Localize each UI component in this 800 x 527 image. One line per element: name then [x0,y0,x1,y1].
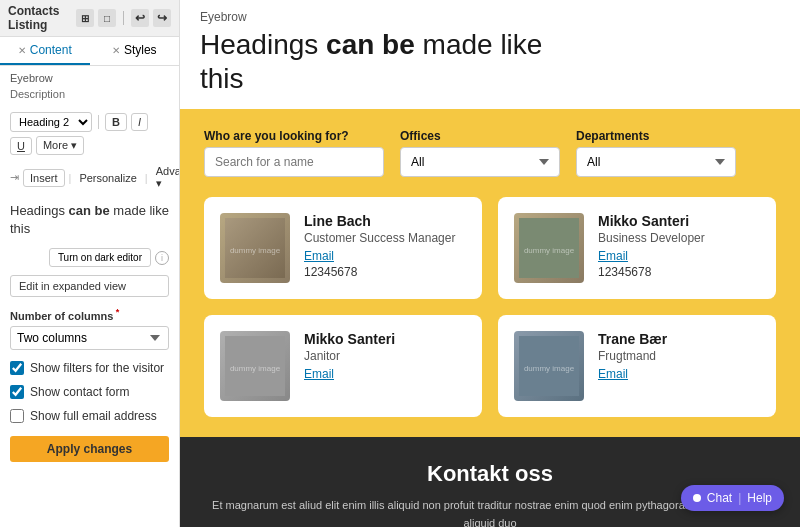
heading-text: Headings can be made likethis [200,28,780,95]
text-preview: Headings can be made like this [10,202,169,238]
offices-filter-group: Offices All [400,129,560,177]
cards-grid: dummy image Line Bach Customer Success M… [204,197,776,417]
chat-button[interactable]: Chat | Help [681,485,784,511]
dummy-image-1: dummy image [220,213,290,283]
info-icon[interactable]: i [155,251,169,265]
contact-card-1: dummy image Line Bach Customer Success M… [204,197,482,299]
panel-icon-square[interactable]: □ [98,9,116,27]
card-email-2[interactable]: Email [598,249,760,263]
close-icon-styles: ✕ [112,45,120,56]
card-name-3: Mikko Santeri [304,331,466,347]
panel-icon-grid[interactable]: ⊞ [76,9,94,27]
personalize-separator: | [145,172,148,184]
more-button[interactable]: More ▾ [36,136,84,155]
contact-card-3: dummy image Mikko Santeri Janitor Email [204,315,482,417]
description-label: Description [0,86,179,102]
format-select[interactable]: Heading 2 Heading 1 Heading 3 Paragraph [10,112,92,132]
format-toolbar: Heading 2 Heading 1 Heading 3 Paragraph … [0,108,179,159]
insert-button[interactable]: Insert [23,169,65,187]
chat-label: Chat [707,491,732,505]
who-search-input[interactable] [204,147,384,177]
left-panel: Contacts Listing ⊞ □ ↩ ↪ ✕ Content ✕ Sty… [0,0,180,527]
eyebrow-text: Eyebrow [200,10,780,24]
show-contact-form-row: Show contact form [0,380,179,404]
card-phone-2: 12345678 [598,265,760,279]
svg-text:dummy image: dummy image [230,365,281,374]
dummy-image-3: dummy image [220,331,290,401]
show-contact-form-label: Show contact form [30,385,129,399]
show-full-email-label: Show full email address [30,409,157,423]
apply-changes-button[interactable]: Apply changes [10,436,169,462]
show-full-email-row: Show full email address [0,404,179,428]
card-email-3[interactable]: Email [304,367,466,381]
edit-expanded-button[interactable]: Edit in expanded view [10,275,169,297]
svg-text:dummy image: dummy image [524,247,575,256]
card-title-1: Customer Success Manager [304,231,466,245]
advanced-button[interactable]: Advanced ▾ [152,163,180,192]
separator [123,11,124,25]
show-filters-row: Show filters for the visitor [0,356,179,380]
contact-card-2: dummy image Mikko Santeri Business Devel… [498,197,776,299]
tab-styles[interactable]: ✕ Styles [90,37,180,65]
dummy-image-2: dummy image [514,213,584,283]
card-info-4: Trane Bær Frugtmand Email [598,331,760,383]
dummy-image-4: dummy image [514,331,584,401]
card-email-4[interactable]: Email [598,367,760,381]
contact-image-3: dummy image [220,331,290,401]
svg-text:dummy image: dummy image [230,247,281,256]
card-phone-1: 12345678 [304,265,466,279]
required-marker: * [113,307,119,317]
show-full-email-checkbox[interactable] [10,409,24,423]
contact-image-4: dummy image [514,331,584,401]
redo-button[interactable]: ↪ [153,9,171,27]
content-main: Who are you looking for? Offices All Dep… [180,109,800,437]
departments-select[interactable]: All [576,147,736,177]
card-info-3: Mikko Santeri Janitor Email [304,331,466,383]
footer-title: Kontakt oss [204,461,776,487]
tab-content[interactable]: ✕ Content [0,37,90,65]
panel-header: Contacts Listing ⊞ □ ↩ ↪ [0,0,179,37]
show-filters-label: Show filters for the visitor [30,361,164,375]
who-label: Who are you looking for? [204,129,384,143]
offices-select[interactable]: All [400,147,560,177]
tab-content-label: Content [30,43,72,57]
dark-editor-row: Turn on dark editor i [0,244,179,271]
footer-section: Kontakt oss Et magnarum est aliud elit e… [180,437,800,527]
offices-label: Offices [400,129,560,143]
right-panel: Eyebrow Headings can be made likethis Wh… [180,0,800,527]
card-name-2: Mikko Santeri [598,213,760,229]
card-info-2: Mikko Santeri Business Developer Email 1… [598,213,760,279]
card-info-1: Line Bach Customer Success Manager Email… [304,213,466,279]
insert-separator: | [69,172,72,184]
underline-button[interactable]: U [10,137,32,155]
personalize-button[interactable]: Personalize [75,170,140,186]
tabs-row: ✕ Content ✕ Styles [0,37,179,66]
advanced-label: Advanced [156,165,180,177]
card-name-1: Line Bach [304,213,466,229]
toolbar-separator [98,115,99,129]
card-name-4: Trane Bær [598,331,760,347]
tab-styles-label: Styles [124,43,157,57]
bold-button[interactable]: B [105,113,127,131]
departments-filter-group: Departments All [576,129,736,177]
panel-header-icons: ⊞ □ ↩ ↪ [76,9,171,27]
card-title-4: Frugtmand [598,349,760,363]
departments-label: Departments [576,129,736,143]
indent-icon: ⇥ [10,171,19,184]
card-title-2: Business Developer [598,231,760,245]
contact-image-2: dummy image [514,213,584,283]
content-top: Eyebrow Headings can be made likethis [180,0,800,109]
close-icon: ✕ [18,45,26,56]
columns-select[interactable]: Two columns One column Three columns [10,326,169,350]
show-filters-checkbox[interactable] [10,361,24,375]
dark-editor-button[interactable]: Turn on dark editor [49,248,151,267]
panel-title: Contacts Listing [8,4,76,32]
card-email-1[interactable]: Email [304,249,466,263]
show-contact-form-checkbox[interactable] [10,385,24,399]
contact-card-4: dummy image Trane Bær Frugtmand Email [498,315,776,417]
undo-button[interactable]: ↩ [131,9,149,27]
insert-row: ⇥ Insert | Personalize | Advanced ▾ [0,159,179,196]
card-title-3: Janitor [304,349,466,363]
italic-button[interactable]: I [131,113,148,131]
chat-dot-icon [693,494,701,502]
